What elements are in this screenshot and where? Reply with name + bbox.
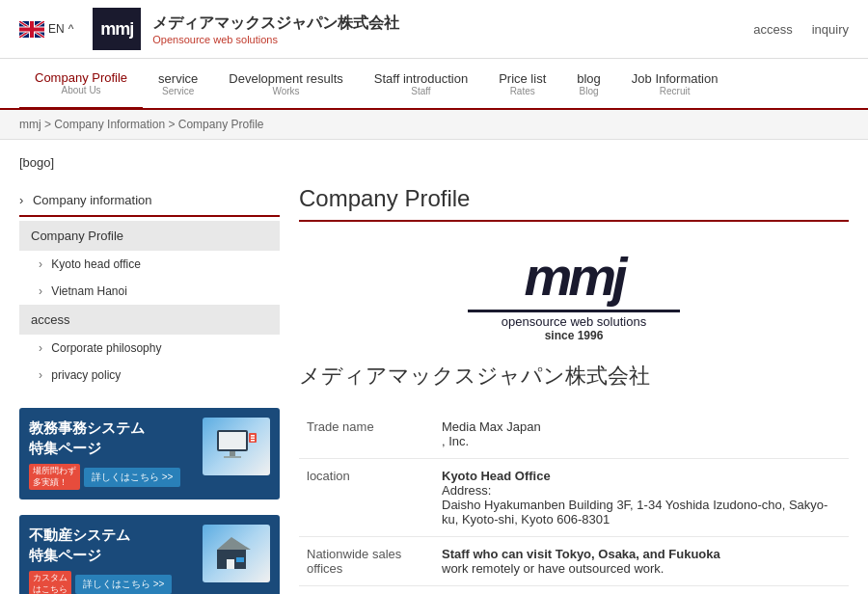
label-nationwide: Nationwide sales offices bbox=[299, 537, 434, 586]
sidebar-item-kyoto[interactable]: Kyoto head office bbox=[19, 251, 280, 278]
nav-staff[interactable]: Staff introduction Staff bbox=[359, 60, 483, 108]
sidebar-item-company-profile[interactable]: Company Profile bbox=[19, 221, 280, 251]
svg-rect-12 bbox=[224, 456, 241, 458]
banner-fudosan[interactable]: 不動産システム特集ページ カスタムはこちら 詳しくはこちら >> bbox=[19, 515, 280, 594]
nav-job[interactable]: Job Information Recruit bbox=[616, 60, 734, 108]
profile-table: Trade name Media Max Japan, Inc. locatio… bbox=[299, 410, 849, 586]
company-slogan: Opensource web solutions bbox=[152, 34, 399, 45]
mmj-slogan: opensource web solutions bbox=[299, 314, 849, 329]
nav-development[interactable]: Development results Works bbox=[213, 60, 359, 108]
main-content: Company Profile mmj opensource web solut… bbox=[299, 185, 849, 594]
sidebar-section-title[interactable]: Company information bbox=[19, 185, 280, 217]
banner2-image bbox=[203, 525, 270, 582]
banner-kyomu[interactable]: 教務事務システム特集ページ 場所問わず多実績！ 詳しくはこちら >> bbox=[19, 408, 280, 500]
nationwide-label: Staff who can visit Tokyo, Osaka, and Fu… bbox=[442, 547, 720, 561]
logo-area: mmj メディアマックスジャパン株式会社 Opensource web solu… bbox=[93, 8, 753, 50]
inquiry-link[interactable]: inquiry bbox=[812, 22, 849, 37]
svg-marker-18 bbox=[217, 537, 251, 550]
mmj-logo-underline bbox=[468, 310, 680, 312]
header-links: access inquiry bbox=[753, 22, 849, 37]
bogo-text: [bogo] bbox=[19, 155, 849, 170]
mmj-logo-large: mmj opensource web solutions since 1996 bbox=[299, 245, 849, 342]
lang-label: EN bbox=[48, 22, 65, 36]
body: [bogo] Company information Company Profi… bbox=[0, 140, 868, 594]
svg-rect-14 bbox=[251, 435, 255, 437]
nav-price[interactable]: Price list Rates bbox=[483, 60, 561, 108]
access-link[interactable]: access bbox=[753, 22, 792, 37]
sidebar-item-access[interactable]: access bbox=[19, 305, 280, 335]
sidebar: Company information Company Profile Kyot… bbox=[19, 185, 280, 594]
breadcrumb-home[interactable]: mmj bbox=[19, 118, 41, 131]
breadcrumb-current: Company Profile bbox=[178, 118, 264, 131]
table-row: Nationwide sales offices Staff who can v… bbox=[299, 537, 849, 586]
navigation: Company Profile About Us service Service… bbox=[0, 59, 868, 110]
svg-rect-15 bbox=[251, 437, 255, 439]
lang-chevron[interactable]: ^ bbox=[68, 22, 74, 36]
mmj-since: since 1996 bbox=[299, 329, 849, 342]
nav-company-profile[interactable]: Company Profile About Us bbox=[19, 59, 143, 110]
banner2-title: 不動産システム特集ページ bbox=[29, 525, 195, 565]
breadcrumb: mmj > Company Information > Company Prof… bbox=[0, 110, 868, 140]
page-title: Company Profile bbox=[299, 185, 849, 222]
banner2-badge: カスタムはこちら bbox=[29, 571, 71, 594]
content-layout: Company information Company Profile Kyot… bbox=[19, 185, 849, 594]
banner2-btn[interactable]: 詳しくはこちら >> bbox=[75, 575, 172, 594]
svg-rect-16 bbox=[251, 440, 255, 442]
nav-service[interactable]: service Service bbox=[143, 60, 213, 108]
svg-rect-11 bbox=[230, 451, 235, 456]
logo-text: mmj bbox=[100, 19, 133, 40]
flag-icon bbox=[19, 21, 44, 38]
banner1-btn[interactable]: 詳しくはこちら >> bbox=[84, 468, 180, 487]
company-name: メディアマックスジャパン株式会社 bbox=[152, 14, 399, 34]
table-row: location Kyoto Head Office Address: Dais… bbox=[299, 459, 849, 537]
mmj-logo-text: mmj bbox=[299, 245, 849, 308]
svg-rect-10 bbox=[219, 432, 246, 449]
sidebar-item-privacy[interactable]: privacy policy bbox=[19, 362, 280, 389]
company-info: メディアマックスジャパン株式会社 Opensource web solution… bbox=[152, 14, 399, 45]
nav-blog[interactable]: blog Blog bbox=[561, 60, 616, 108]
value-trade-name: Media Max Japan, Inc. bbox=[434, 410, 849, 459]
language-selector[interactable]: EN ^ bbox=[19, 21, 73, 38]
company-name-jp: メディアマックスジャパン株式会社 bbox=[299, 362, 849, 391]
banner1-image bbox=[203, 418, 270, 475]
sidebar-item-vietnam[interactable]: Vietnam Hanoi bbox=[19, 278, 280, 305]
svg-rect-20 bbox=[236, 557, 244, 562]
svg-rect-8 bbox=[19, 27, 44, 31]
sidebar-item-philosophy[interactable]: Corporate philosophy bbox=[19, 335, 280, 362]
header: EN ^ mmj メディアマックスジャパン株式会社 Opensource web… bbox=[0, 0, 868, 59]
breadcrumb-company-info[interactable]: Company Information bbox=[54, 118, 165, 131]
label-location: location bbox=[299, 459, 434, 537]
value-location: Kyoto Head Office Address: Daisho Hyakum… bbox=[434, 459, 849, 537]
banner1-badge: 場所問わず多実績！ bbox=[29, 464, 80, 490]
logo-box[interactable]: mmj bbox=[93, 8, 141, 50]
label-trade-name: Trade name bbox=[299, 410, 434, 459]
kyoto-office-label: Kyoto Head Office bbox=[442, 469, 551, 483]
table-row: Trade name Media Max Japan, Inc. bbox=[299, 410, 849, 459]
value-nationwide: Staff who can visit Tokyo, Osaka, and Fu… bbox=[434, 537, 849, 586]
banner1-title: 教務事務システム特集ページ bbox=[29, 418, 195, 458]
svg-rect-19 bbox=[227, 559, 234, 569]
